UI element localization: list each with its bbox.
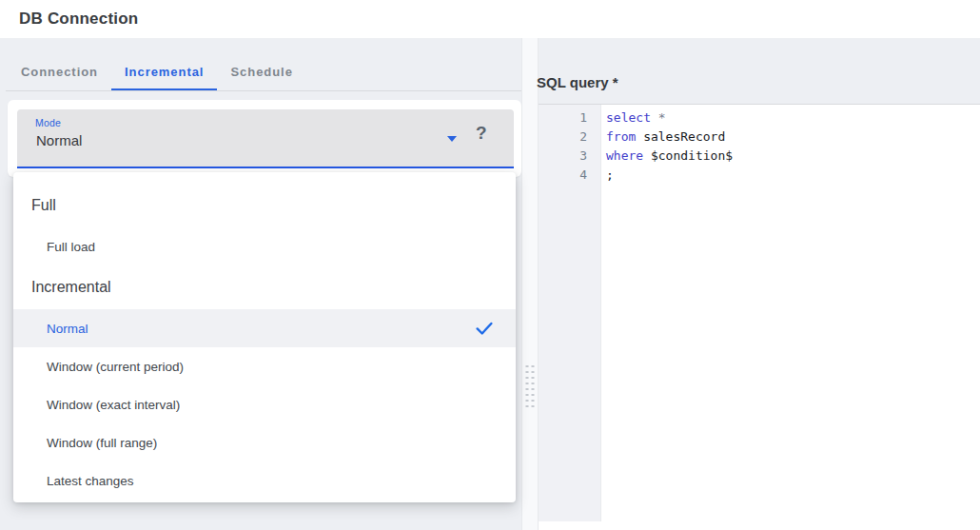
menu-option-label: Window (current period) [47,360,495,374]
sql-query-label: SQL query * [537,74,618,90]
mode-select-label: Mode [35,117,61,128]
menu-option-label: Normal [47,322,474,336]
menu-option-normal[interactable]: Normal [13,309,516,347]
menu-option-label: Latest changes [47,474,495,488]
menu-option-window-exact-interval-[interactable]: Window (exact interval) [13,385,516,423]
code-line: ; [606,166,980,185]
line-number: 1 [539,108,600,128]
splitter-grip-icon[interactable] [526,365,535,411]
mode-field-card: Mode Normal ? [8,100,521,177]
chevron-down-icon[interactable] [447,136,457,142]
menu-option-latest-changes[interactable]: Latest changes [13,461,516,500]
mode-select[interactable]: Mode Normal ? [17,109,514,168]
app-header: DB Connection [0,0,980,38]
editor-gutter: 1234 [539,105,601,521]
pane-splitter[interactable] [521,38,539,530]
check-icon [474,318,495,339]
menu-option-window-current-period-[interactable]: Window (current period) [13,347,516,385]
tab-schedule[interactable]: Schedule [217,52,305,91]
mode-select-value: Normal [36,132,82,148]
line-number: 3 [539,147,600,166]
code-line: where $condition$ [606,147,980,166]
help-icon[interactable]: ? [476,123,487,144]
editor-code-area[interactable]: select *from salesRecordwhere $condition… [602,105,980,530]
tabs-row: ConnectionIncrementalSchedule [8,52,306,91]
code-line: select * [606,108,980,128]
code-line: from salesRecord [606,128,980,147]
menu-group-header-incremental: Incremental [13,265,516,309]
line-number: 4 [539,166,600,185]
menu-option-window-full-range-[interactable]: Window (full range) [13,423,516,461]
tab-connection[interactable]: Connection [8,52,111,91]
tab-incremental[interactable]: Incremental [111,52,217,91]
tabs-divider [6,90,525,91]
line-number: 2 [539,128,600,147]
menu-option-label: Window (full range) [47,436,495,450]
menu-option-full-load[interactable]: Full load [13,227,516,265]
menu-group-header-full: Full [13,184,516,227]
mode-dropdown-menu: FullFull loadIncrementalNormalWindow (cu… [13,172,516,502]
page-title: DB Connection [19,0,138,38]
sql-code-editor[interactable]: 1234 select *from salesRecordwhere $cond… [539,104,980,530]
menu-option-label: Full load [47,240,495,254]
menu-option-label: Window (exact interval) [47,398,495,412]
